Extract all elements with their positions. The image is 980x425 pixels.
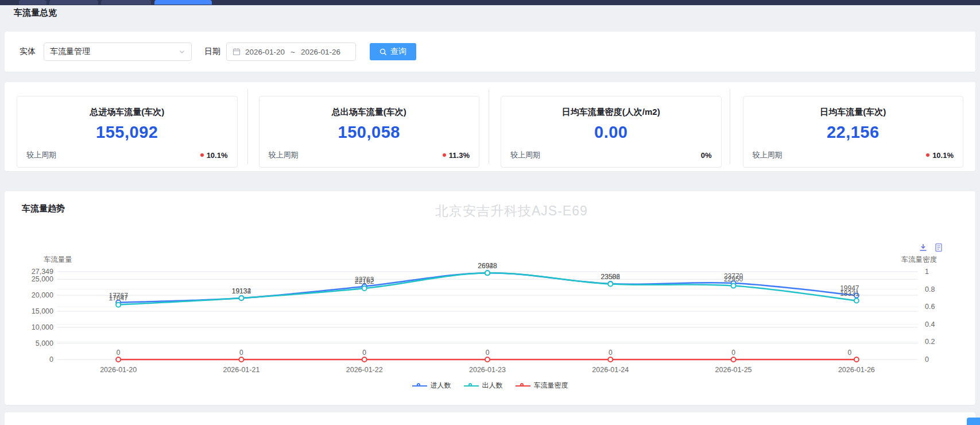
- svg-text:2026-01-20: 2026-01-20: [100, 366, 137, 374]
- stat-card-avg-flow: 日均车流量(车次) 22,156 较上周期 10.1%: [743, 96, 964, 168]
- svg-text:0.8: 0.8: [925, 285, 935, 293]
- stat-card-total-out: 总出场车流量(车次) 150,058 较上周期 11.3%: [259, 96, 480, 168]
- legend-item-进人数[interactable]: 进人数: [412, 381, 451, 391]
- topbar-tab-1[interactable]: [19, 0, 47, 5]
- svg-text:车流量密度: 车流量密度: [901, 256, 938, 264]
- svg-text:2026-01-24: 2026-01-24: [592, 366, 629, 374]
- date-end[interactable]: 2026-01-26: [301, 48, 340, 56]
- stat-card-total-in: 总进场车流量(车次) 155,092 较上周期 10.1%: [17, 96, 238, 168]
- bottom-action-button[interactable]: [967, 418, 980, 425]
- stat-card-delta: 11.3%: [443, 151, 470, 160]
- legend-marker: [516, 385, 530, 387]
- entity-label: 实体: [20, 47, 36, 57]
- stat-card-value: 22,156: [743, 123, 963, 142]
- trend-chart[interactable]: 车流量量车流量密度27,34925,00020,00015,00010,0005…: [5, 223, 975, 402]
- topbar-tab-2[interactable]: [49, 0, 98, 5]
- bottom-panel: [5, 412, 975, 425]
- stat-card-avg-density: 日均车流量密度(人次/m2) 0.00 较上周期 0%: [501, 96, 722, 168]
- trend-title: 车流量趋势: [22, 203, 65, 214]
- card-divider: [730, 89, 730, 164]
- svg-text:25,000: 25,000: [32, 275, 53, 283]
- date-range-picker[interactable]: 2026-01-20 ~ 2026-01-26: [226, 42, 356, 61]
- stat-card-value: 150,058: [259, 123, 479, 142]
- card-divider: [489, 89, 489, 164]
- svg-text:2026-01-21: 2026-01-21: [223, 366, 259, 374]
- svg-text:2026-01-25: 2026-01-25: [715, 366, 752, 374]
- stat-card-delta: 0%: [701, 151, 712, 160]
- svg-text:2026-01-26: 2026-01-26: [838, 366, 875, 374]
- svg-text:10,000: 10,000: [32, 323, 53, 331]
- legend-item-车流量密度[interactable]: 车流量密度: [516, 381, 568, 391]
- svg-text:0: 0: [49, 356, 53, 364]
- entity-select[interactable]: 车流量管理: [44, 42, 192, 61]
- svg-text:0: 0: [848, 349, 852, 357]
- svg-text:0.4: 0.4: [925, 320, 935, 329]
- query-button[interactable]: 查询: [370, 43, 416, 60]
- svg-text:26928: 26928: [478, 262, 497, 270]
- stat-card-title: 总出场车流量(车次): [259, 107, 479, 118]
- legend-marker: [464, 385, 479, 387]
- svg-text:22950: 22950: [724, 275, 743, 283]
- svg-text:15,000: 15,000: [32, 307, 53, 315]
- svg-text:0.2: 0.2: [925, 338, 935, 346]
- stat-card-compare-label: 较上周期: [269, 150, 299, 160]
- stat-card-delta: 10.1%: [200, 151, 228, 160]
- legend-label: 出人数: [482, 381, 503, 391]
- chevron-down-icon: [179, 48, 185, 55]
- svg-text:0: 0: [731, 349, 735, 357]
- screen: 车流量总览 实体 车流量管理 日期 2026-01-20 ~ 2026-01-2…: [0, 0, 980, 425]
- search-icon: [379, 48, 387, 56]
- svg-text:20,000: 20,000: [32, 291, 53, 299]
- svg-text:27,349: 27,349: [32, 268, 53, 276]
- entity-select-value: 车流量管理: [50, 47, 90, 57]
- stat-cards-panel: 总进场车流量(车次) 155,092 较上周期 10.1% 总出场车流量(车次)…: [5, 82, 975, 171]
- date-separator: ~: [290, 48, 295, 56]
- topbar-tab-3[interactable]: [101, 0, 151, 5]
- svg-text:17047: 17047: [109, 294, 128, 302]
- card-divider: [247, 89, 248, 164]
- svg-text:1: 1: [925, 268, 929, 276]
- svg-text:2026-01-23: 2026-01-23: [469, 366, 506, 374]
- stat-card-delta-dot-1: [443, 153, 446, 157]
- topbar-tab-active[interactable]: [154, 0, 212, 5]
- date-start[interactable]: 2026-01-20: [245, 48, 285, 56]
- watermark: 北京安吉升科技AJS-E69: [435, 202, 588, 220]
- svg-text:22162: 22162: [355, 277, 374, 285]
- filter-panel: 实体 车流量管理 日期 2026-01-20 ~ 2026-01-26: [5, 32, 975, 72]
- stat-card-value: 155,092: [17, 123, 237, 142]
- svg-text:0.6: 0.6: [925, 303, 935, 311]
- topbar: [0, 0, 980, 5]
- page-title: 车流量总览: [14, 7, 57, 18]
- chart-legend: 进人数出人数车流量密度: [5, 381, 975, 391]
- trend-panel: 车流量趋势 北京安吉升科技AJS-E69 车流量量车流量密度27,34925,0…: [5, 191, 975, 405]
- series-车流量密度: 0000000: [116, 349, 859, 362]
- grid-lines: [57, 272, 918, 360]
- query-button-label: 查询: [390, 47, 406, 57]
- svg-text:23506: 23506: [601, 273, 621, 281]
- calendar-icon: [233, 48, 241, 56]
- stat-card-compare-label: 较上周期: [753, 150, 783, 160]
- stat-card-delta: 10.1%: [926, 151, 954, 160]
- date-label: 日期: [204, 47, 220, 57]
- svg-text:车流量量: 车流量量: [44, 256, 72, 264]
- svg-text:2026-01-22: 2026-01-22: [346, 366, 383, 374]
- stat-card-compare-label: 较上周期: [26, 150, 56, 160]
- stat-card-title: 日均车流量(车次): [743, 107, 963, 118]
- svg-text:0: 0: [239, 349, 243, 357]
- svg-text:0: 0: [925, 356, 929, 364]
- stat-card-value: 0.00: [501, 123, 721, 142]
- legend-label: 车流量密度: [534, 381, 568, 391]
- x-axis-labels: 2026-01-202026-01-212026-01-222026-01-23…: [100, 366, 875, 374]
- legend-item-出人数[interactable]: 出人数: [464, 381, 503, 391]
- svg-text:18331: 18331: [840, 289, 859, 298]
- y-axis-right-labels: 10.80.60.40.20: [925, 268, 935, 364]
- legend-marker: [412, 385, 427, 387]
- stat-card-compare-label: 较上周期: [510, 150, 540, 160]
- svg-text:5,000: 5,000: [36, 339, 53, 347]
- svg-text:19134: 19134: [232, 287, 251, 295]
- svg-text:0: 0: [117, 349, 121, 357]
- y-axis-left-labels: 27,34925,00020,00015,00010,0005,0000: [32, 268, 53, 364]
- legend-label: 进人数: [431, 381, 451, 391]
- svg-text:0: 0: [486, 349, 490, 357]
- svg-text:0: 0: [362, 349, 366, 357]
